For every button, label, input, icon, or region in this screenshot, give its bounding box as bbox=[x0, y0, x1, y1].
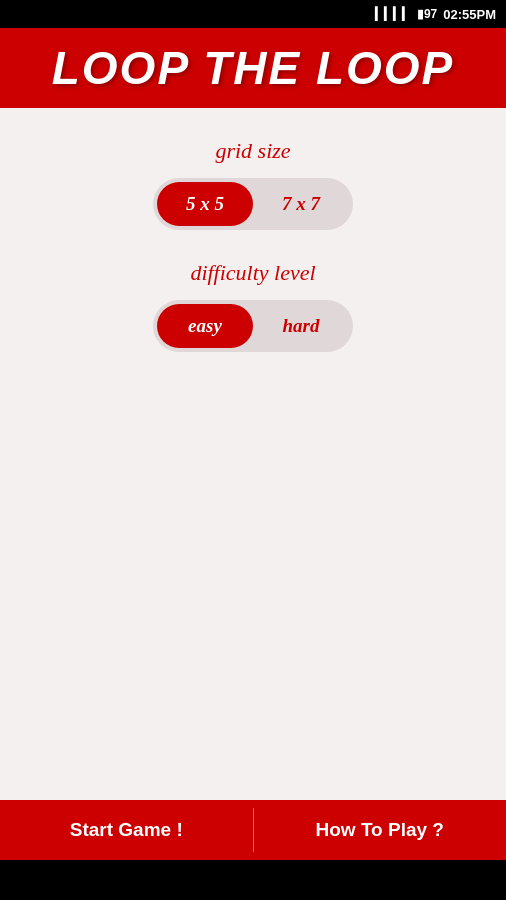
grid-size-label: grid size bbox=[215, 138, 290, 164]
how-to-play-button[interactable]: How To Play ? bbox=[254, 800, 507, 860]
start-game-button[interactable]: Start Game ! bbox=[0, 800, 253, 860]
grid-size-7x7[interactable]: 7 x 7 bbox=[253, 182, 349, 226]
battery-icon: ▮97 bbox=[417, 7, 437, 21]
clock: 02:55PM bbox=[443, 7, 496, 22]
grid-size-toggle[interactable]: 5 x 5 7 x 7 bbox=[153, 178, 353, 230]
app-header: LOOP THE LOOP bbox=[0, 28, 506, 108]
signal-icon: ▎▎▎▎ bbox=[375, 7, 411, 21]
app-title: LOOP THE LOOP bbox=[52, 41, 455, 95]
bottom-bar bbox=[0, 860, 506, 900]
grid-size-5x5[interactable]: 5 x 5 bbox=[157, 182, 253, 226]
main-content: grid size 5 x 5 7 x 7 difficulty level e… bbox=[0, 108, 506, 800]
bottom-action-bar: Start Game ! How To Play ? bbox=[0, 800, 506, 860]
difficulty-label: difficulty level bbox=[190, 260, 315, 286]
difficulty-toggle[interactable]: easy hard bbox=[153, 300, 353, 352]
difficulty-hard[interactable]: hard bbox=[253, 304, 349, 348]
status-bar: ▎▎▎▎ ▮97 02:55PM bbox=[0, 0, 506, 28]
difficulty-easy[interactable]: easy bbox=[157, 304, 253, 348]
